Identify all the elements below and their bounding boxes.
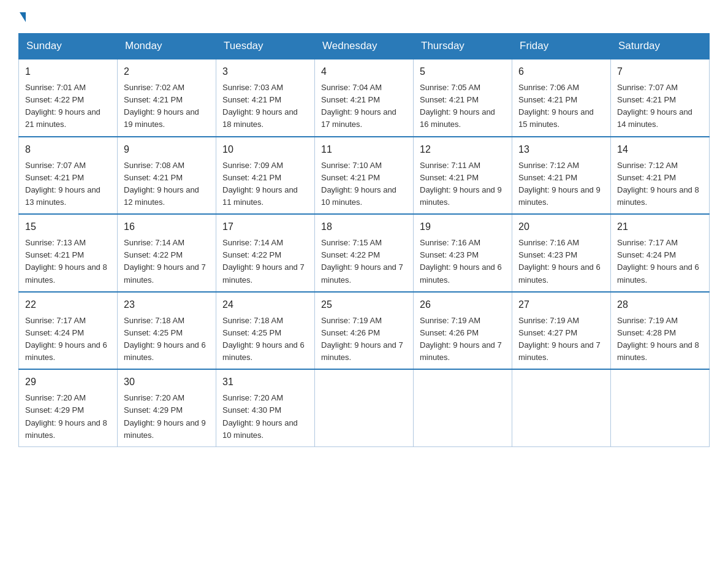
day-info: Sunrise: 7:03 AMSunset: 4:21 PMDaylight:… (222, 82, 308, 131)
header-wednesday: Wednesday (315, 34, 414, 59)
day-number: 24 (222, 297, 308, 312)
day-info: Sunrise: 7:05 AMSunset: 4:21 PMDaylight:… (420, 82, 506, 131)
day-cell-22: 22Sunrise: 7:17 AMSunset: 4:24 PMDayligh… (19, 292, 118, 370)
day-cell-17: 17Sunrise: 7:14 AMSunset: 4:22 PMDayligh… (216, 214, 315, 292)
day-number: 17 (222, 220, 308, 234)
day-number: 18 (321, 220, 407, 234)
day-info: Sunrise: 7:16 AMSunset: 4:23 PMDaylight:… (518, 237, 604, 286)
day-cell-25: 25Sunrise: 7:19 AMSunset: 4:26 PMDayligh… (315, 292, 414, 370)
day-cell-24: 24Sunrise: 7:18 AMSunset: 4:25 PMDayligh… (216, 292, 315, 370)
day-cell-11: 11Sunrise: 7:10 AMSunset: 4:21 PMDayligh… (315, 137, 414, 215)
day-number: 19 (420, 220, 506, 234)
day-cell-14: 14Sunrise: 7:12 AMSunset: 4:21 PMDayligh… (611, 137, 710, 215)
empty-cell (315, 369, 414, 446)
header-sunday: Sunday (19, 34, 118, 59)
day-info: Sunrise: 7:06 AMSunset: 4:21 PMDaylight:… (518, 82, 604, 131)
day-info: Sunrise: 7:07 AMSunset: 4:21 PMDaylight:… (617, 82, 703, 131)
day-cell-21: 21Sunrise: 7:17 AMSunset: 4:24 PMDayligh… (611, 214, 710, 292)
day-info: Sunrise: 7:12 AMSunset: 4:21 PMDaylight:… (518, 159, 604, 209)
day-cell-1: 1Sunrise: 7:01 AMSunset: 4:22 PMDaylight… (19, 59, 118, 137)
day-number: 10 (222, 142, 308, 157)
day-info: Sunrise: 7:20 AMSunset: 4:30 PMDaylight:… (222, 392, 308, 442)
day-cell-16: 16Sunrise: 7:14 AMSunset: 4:22 PMDayligh… (118, 214, 216, 292)
day-info: Sunrise: 7:14 AMSunset: 4:22 PMDaylight:… (124, 237, 210, 286)
day-info: Sunrise: 7:11 AMSunset: 4:21 PMDaylight:… (420, 159, 506, 209)
day-number: 14 (617, 142, 703, 157)
day-cell-9: 9Sunrise: 7:08 AMSunset: 4:21 PMDaylight… (118, 137, 216, 215)
empty-cell (414, 369, 512, 446)
day-number: 28 (617, 297, 703, 312)
day-info: Sunrise: 7:14 AMSunset: 4:22 PMDaylight:… (222, 237, 308, 286)
day-info: Sunrise: 7:01 AMSunset: 4:22 PMDaylight:… (25, 82, 111, 131)
day-number: 4 (321, 64, 407, 79)
day-info: Sunrise: 7:09 AMSunset: 4:21 PMDaylight:… (222, 159, 308, 209)
page-header (18, 12, 710, 22)
day-cell-7: 7Sunrise: 7:07 AMSunset: 4:21 PMDaylight… (611, 59, 710, 137)
day-info: Sunrise: 7:08 AMSunset: 4:21 PMDaylight:… (124, 159, 210, 209)
day-cell-15: 15Sunrise: 7:13 AMSunset: 4:21 PMDayligh… (19, 214, 118, 292)
day-cell-19: 19Sunrise: 7:16 AMSunset: 4:23 PMDayligh… (414, 214, 512, 292)
week-row-5: 29Sunrise: 7:20 AMSunset: 4:29 PMDayligh… (19, 369, 710, 446)
day-info: Sunrise: 7:18 AMSunset: 4:25 PMDaylight:… (222, 315, 308, 364)
day-number: 8 (25, 142, 111, 157)
day-cell-8: 8Sunrise: 7:07 AMSunset: 4:21 PMDaylight… (19, 137, 118, 215)
day-cell-3: 3Sunrise: 7:03 AMSunset: 4:21 PMDaylight… (216, 59, 315, 137)
day-cell-2: 2Sunrise: 7:02 AMSunset: 4:21 PMDaylight… (118, 59, 216, 137)
day-info: Sunrise: 7:12 AMSunset: 4:21 PMDaylight:… (617, 159, 703, 209)
day-cell-27: 27Sunrise: 7:19 AMSunset: 4:27 PMDayligh… (512, 292, 611, 370)
day-info: Sunrise: 7:20 AMSunset: 4:29 PMDaylight:… (25, 392, 111, 442)
day-number: 16 (124, 220, 210, 234)
day-number: 26 (420, 297, 506, 312)
day-number: 29 (25, 375, 111, 389)
day-cell-23: 23Sunrise: 7:18 AMSunset: 4:25 PMDayligh… (118, 292, 216, 370)
day-number: 2 (124, 64, 210, 79)
day-number: 3 (222, 64, 308, 79)
calendar-table: SundayMondayTuesdayWednesdayThursdayFrid… (18, 33, 710, 447)
day-cell-26: 26Sunrise: 7:19 AMSunset: 4:26 PMDayligh… (414, 292, 512, 370)
day-cell-12: 12Sunrise: 7:11 AMSunset: 4:21 PMDayligh… (414, 137, 512, 215)
day-number: 20 (518, 220, 604, 234)
day-number: 9 (124, 142, 210, 157)
day-cell-31: 31Sunrise: 7:20 AMSunset: 4:30 PMDayligh… (216, 369, 315, 446)
week-row-2: 8Sunrise: 7:07 AMSunset: 4:21 PMDaylight… (19, 137, 710, 215)
day-cell-18: 18Sunrise: 7:15 AMSunset: 4:22 PMDayligh… (315, 214, 414, 292)
day-number: 25 (321, 297, 407, 312)
day-info: Sunrise: 7:19 AMSunset: 4:26 PMDaylight:… (321, 315, 407, 364)
header-monday: Monday (118, 34, 216, 59)
day-info: Sunrise: 7:17 AMSunset: 4:24 PMDaylight:… (25, 315, 111, 364)
day-cell-13: 13Sunrise: 7:12 AMSunset: 4:21 PMDayligh… (512, 137, 611, 215)
day-cell-29: 29Sunrise: 7:20 AMSunset: 4:29 PMDayligh… (19, 369, 118, 446)
day-cell-30: 30Sunrise: 7:20 AMSunset: 4:29 PMDayligh… (118, 369, 216, 446)
day-number: 6 (518, 64, 604, 79)
day-info: Sunrise: 7:18 AMSunset: 4:25 PMDaylight:… (124, 315, 210, 364)
day-info: Sunrise: 7:20 AMSunset: 4:29 PMDaylight:… (124, 392, 210, 442)
day-cell-4: 4Sunrise: 7:04 AMSunset: 4:21 PMDaylight… (315, 59, 414, 137)
empty-cell (611, 369, 710, 446)
header-saturday: Saturday (611, 34, 710, 59)
day-info: Sunrise: 7:15 AMSunset: 4:22 PMDaylight:… (321, 237, 407, 286)
day-number: 30 (124, 375, 210, 389)
day-number: 12 (420, 142, 506, 157)
day-number: 13 (518, 142, 604, 157)
day-info: Sunrise: 7:19 AMSunset: 4:28 PMDaylight:… (617, 315, 703, 364)
day-number: 31 (222, 375, 308, 389)
day-info: Sunrise: 7:13 AMSunset: 4:21 PMDaylight:… (25, 237, 111, 286)
day-info: Sunrise: 7:07 AMSunset: 4:21 PMDaylight:… (25, 159, 111, 209)
logo-triangle-icon (20, 12, 26, 22)
day-number: 23 (124, 297, 210, 312)
day-info: Sunrise: 7:04 AMSunset: 4:21 PMDaylight:… (321, 82, 407, 131)
empty-cell (512, 369, 611, 446)
week-row-4: 22Sunrise: 7:17 AMSunset: 4:24 PMDayligh… (19, 292, 710, 370)
day-number: 22 (25, 297, 111, 312)
day-number: 1 (25, 64, 111, 79)
header-thursday: Thursday (414, 34, 512, 59)
week-row-3: 15Sunrise: 7:13 AMSunset: 4:21 PMDayligh… (19, 214, 710, 292)
day-info: Sunrise: 7:16 AMSunset: 4:23 PMDaylight:… (420, 237, 506, 286)
day-number: 21 (617, 220, 703, 234)
day-info: Sunrise: 7:10 AMSunset: 4:21 PMDaylight:… (321, 159, 407, 209)
day-cell-20: 20Sunrise: 7:16 AMSunset: 4:23 PMDayligh… (512, 214, 611, 292)
day-number: 27 (518, 297, 604, 312)
header-friday: Friday (512, 34, 611, 59)
logo (18, 12, 26, 22)
day-number: 11 (321, 142, 407, 157)
